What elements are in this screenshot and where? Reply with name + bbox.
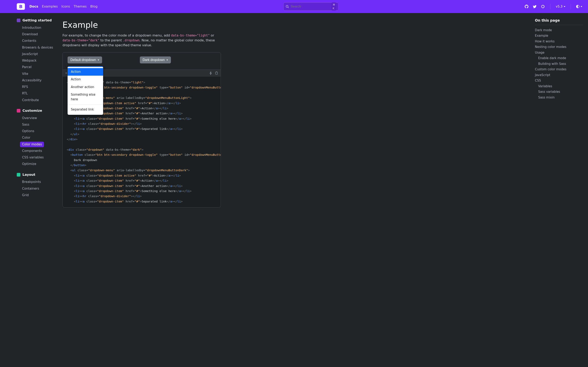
sidebar-item-contents[interactable]: Contents: [20, 38, 38, 44]
sidebar-item-contribute[interactable]: Contribute: [20, 98, 41, 103]
sidebar-item-optimize[interactable]: Optimize: [20, 161, 38, 167]
sidebar-item-color[interactable]: Color: [20, 135, 32, 141]
section-icon: [17, 18, 20, 22]
nav-link-examples[interactable]: Examples: [42, 4, 58, 9]
sidebar-item-css-variables[interactable]: CSS variables: [20, 155, 46, 160]
dropdown-item[interactable]: Action: [68, 76, 103, 83]
toc-link[interactable]: CSS: [535, 79, 541, 82]
theme-toggle[interactable]: [576, 5, 582, 8]
sidebar-item-download[interactable]: Download: [20, 32, 40, 37]
on-this-page: On this page Dark modeExampleHow it work…: [535, 13, 588, 216]
sidebar-item-parcel[interactable]: Parcel: [20, 64, 34, 70]
github-icon[interactable]: [525, 4, 528, 8]
sidebar-item-overview[interactable]: Overview: [20, 115, 39, 121]
svg-point-0: [286, 5, 288, 7]
sidebar-item-javascript[interactable]: JavaScript: [20, 51, 40, 57]
left-sidebar: Getting startedIntroductionDownloadConte…: [0, 13, 61, 216]
primary-nav: DocsExamplesIconsThemesBlog: [29, 4, 98, 9]
sidebar-item-introduction[interactable]: Introduction: [20, 25, 43, 31]
dropdown-item[interactable]: Another action: [68, 83, 103, 91]
header-right: v5.3: [525, 4, 582, 9]
toc-link[interactable]: Custom color modes: [535, 67, 566, 71]
nav-link-themes[interactable]: Themes: [74, 4, 87, 9]
inline-code: data-bs-theme="light": [171, 34, 210, 37]
sidebar-item-sass[interactable]: Sass: [20, 122, 31, 127]
search-shortcut: ⌘ K: [331, 2, 336, 11]
dropdown-item[interactable]: Separated link: [68, 106, 103, 113]
chevron-down-icon: [564, 6, 565, 7]
search-icon: [286, 5, 289, 8]
top-navbar: B DocsExamplesIconsThemesBlog ⌘ K v5.3: [0, 0, 588, 13]
chevron-down-icon: [581, 6, 582, 7]
sidebar-item-rfs[interactable]: RFS: [20, 84, 30, 90]
twitter-icon[interactable]: [533, 4, 537, 8]
nav-link-blog[interactable]: Blog: [90, 4, 97, 9]
dark-dropdown-button[interactable]: Dark dropdown: [140, 57, 171, 63]
lightning-icon[interactable]: [209, 72, 212, 75]
nav-link-icons[interactable]: Icons: [61, 4, 70, 9]
dropdown-menu: ActionActionAnother actionSomething else…: [68, 66, 103, 115]
sidebar-item-webpack[interactable]: Webpack: [20, 58, 39, 63]
opencollective-icon[interactable]: [541, 4, 545, 8]
toc-link[interactable]: Nesting color modes: [535, 45, 566, 49]
toc-link[interactable]: Variables: [538, 84, 552, 88]
code-label: H: [66, 71, 67, 75]
example-card: Default dropdown ActionActionAnother act…: [62, 52, 221, 208]
dropdown-item[interactable]: Action: [68, 68, 103, 76]
sidebar-item-containers[interactable]: Containers: [20, 186, 41, 192]
toc-link[interactable]: Sass variables: [538, 90, 560, 94]
toc-link[interactable]: Building with Sass: [538, 62, 566, 66]
sidebar-item-grid[interactable]: Grid: [20, 192, 31, 198]
sidebar-item-options[interactable]: Options: [20, 128, 36, 134]
chevron-down-icon: [98, 59, 99, 60]
lead-paragraph: For example, to change the color mode of…: [62, 33, 221, 48]
svg-point-2: [542, 5, 545, 8]
sidebar-item-breakpoints[interactable]: Breakpoints: [20, 179, 43, 185]
sidebar-item-vite[interactable]: Vite: [20, 71, 30, 77]
search-box[interactable]: ⌘ K: [283, 2, 338, 11]
inline-code: data-bs-theme="dark": [62, 39, 99, 42]
version-dropdown[interactable]: v5.3: [556, 4, 565, 9]
sidebar-heading[interactable]: Layout: [17, 172, 61, 177]
default-dropdown-button[interactable]: Default dropdown: [68, 57, 102, 63]
clipboard-icon[interactable]: [215, 72, 218, 75]
example-demo: Default dropdown ActionActionAnother act…: [63, 52, 221, 69]
toc-link[interactable]: JavaScript: [535, 73, 550, 77]
section-icon: [17, 173, 20, 176]
svg-rect-4: [216, 72, 217, 75]
sidebar-item-rtl[interactable]: RTL: [20, 91, 30, 96]
toc-link[interactable]: Dark mode: [535, 28, 552, 32]
section-icon: [17, 109, 20, 113]
dropdown-item[interactable]: Something else here: [68, 91, 103, 103]
sidebar-heading[interactable]: Customize: [17, 108, 61, 113]
sidebar-item-browsers-devices[interactable]: Browsers & devices: [20, 45, 55, 50]
main-content: Example For example, to change the color…: [61, 13, 227, 216]
svg-line-1: [288, 7, 289, 8]
search-input[interactable]: [291, 5, 331, 8]
sidebar-item-accessibility[interactable]: Accessibility: [20, 78, 43, 83]
page-title: Example: [62, 19, 221, 31]
nav-link-docs[interactable]: Docs: [29, 4, 38, 9]
toc-title: On this page: [535, 18, 583, 25]
toc-link[interactable]: Enable dark mode: [538, 56, 566, 60]
toc-link[interactable]: Example: [535, 34, 548, 38]
sidebar-item-components[interactable]: Components: [20, 148, 44, 154]
sidebar-item-color-modes[interactable]: Color modes: [20, 142, 44, 147]
toc-link[interactable]: Sass mixin: [538, 96, 554, 99]
inline-code: .dropdown: [123, 39, 139, 42]
half-circle-icon: [576, 5, 579, 8]
toc-link[interactable]: How it works: [535, 40, 554, 43]
toc-link[interactable]: Usage: [535, 51, 545, 54]
bootstrap-logo[interactable]: B: [17, 3, 25, 10]
chevron-down-icon: [166, 59, 168, 60]
sidebar-heading[interactable]: Getting started: [17, 18, 61, 23]
